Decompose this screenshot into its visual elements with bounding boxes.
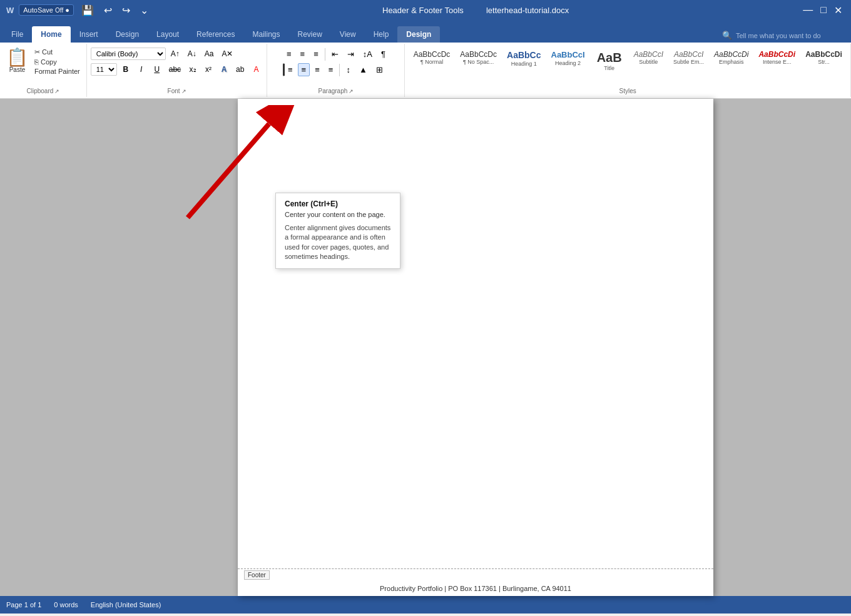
align-left-button[interactable]: ≡ — [283, 63, 297, 76]
footer-wrapper: Footer Productivity Portfolio | PO Box 1… — [238, 568, 713, 596]
style-heading2[interactable]: AaBbCcI Heading 2 — [547, 48, 589, 69]
align-right-button[interactable]: ≡ — [311, 63, 324, 76]
main-area: Footer Productivity Portfolio | PO Box 1… — [0, 99, 851, 596]
tab-layout[interactable]: Layout — [148, 26, 188, 43]
style-strong[interactable]: AaBbCcDi Str... — [801, 48, 847, 68]
shading-button[interactable]: ▲ — [355, 63, 371, 76]
minimize-button[interactable]: — — [800, 3, 815, 17]
font-shrink-button[interactable]: A↓ — [185, 48, 200, 60]
decrease-indent-button[interactable]: ⇤ — [328, 48, 342, 61]
left-margin — [0, 99, 238, 596]
paste-button[interactable]: 📋 Paste — [4, 48, 31, 74]
multilevel-button[interactable]: ≡ — [310, 48, 322, 61]
title-bar-left: W AutoSave Off ● 💾 ↩ ↪ ⌄ — [6, 3, 151, 18]
font-row-2: 11 B I U abc x₂ x² A ab A — [91, 63, 263, 76]
cut-button[interactable]: ✂ Cut — [32, 48, 83, 57]
underline-button[interactable]: U — [150, 63, 164, 76]
style-intense-emphasis[interactable]: AaBbCcDi Intense E... — [754, 48, 800, 68]
paragraph-label: Paragraph ↗ — [271, 86, 400, 96]
tab-file[interactable]: File — [3, 26, 32, 43]
tab-mailings[interactable]: Mailings — [243, 26, 288, 43]
ribbon-group-font: Calibri (Body) A↑ A↓ Aa A✕ 11 B I U abc … — [87, 44, 268, 97]
style-subtitle[interactable]: AaBbCcI Subtitle — [629, 48, 668, 68]
tab-list: File Home Insert Design Layout Reference… — [3, 26, 440, 43]
word-logo: W — [6, 6, 14, 15]
font-case-button[interactable]: Aa — [201, 48, 217, 60]
justify-button[interactable]: ≡ — [325, 63, 337, 76]
autosave-button[interactable]: AutoSave Off ● — [19, 4, 74, 16]
tab-design[interactable]: Design — [107, 26, 148, 43]
tab-row: File Home Insert Design Layout Reference… — [0, 20, 851, 43]
ribbon-group-clipboard: 📋 Paste ✂ Cut ⎘ Copy Format Painter Clip… — [0, 44, 87, 97]
borders-button[interactable]: ⊞ — [372, 63, 387, 76]
tab-right-search: 🔍 — [722, 31, 848, 43]
show-marks-button[interactable]: ¶ — [377, 48, 389, 61]
tab-references[interactable]: References — [188, 26, 243, 43]
tooltip-line1: Center your content on the page. — [285, 211, 391, 218]
separator-1 — [325, 48, 325, 61]
style-subtle-emphasis[interactable]: AaBbCcI Subtle Em... — [669, 48, 708, 68]
bold-button[interactable]: B — [119, 63, 133, 76]
footer-label: Footer — [238, 569, 713, 581]
restore-button[interactable]: □ — [818, 3, 829, 17]
text-effects-button[interactable]: A — [217, 63, 231, 76]
tab-help[interactable]: Help — [365, 26, 398, 43]
font-expand-icon[interactable]: ↗ — [181, 88, 186, 94]
more-commands-button[interactable]: ⌄ — [138, 3, 151, 18]
paste-icon: 📋 — [6, 49, 28, 66]
font-family-select[interactable]: Calibri (Body) — [91, 48, 166, 60]
paragraph-row-2: ≡ ≡ ≡ ≡ ↕ ▲ ⊞ — [283, 63, 387, 76]
title-bar-center: Header & Footer Tools letterhead-tutoria… — [151, 6, 800, 15]
status-bar: Page 1 of 1 0 words English (United Stat… — [0, 596, 851, 613]
tab-review[interactable]: Review — [288, 26, 330, 43]
highlight-button[interactable]: ab — [233, 63, 247, 76]
tab-view[interactable]: View — [331, 26, 365, 43]
font-label: Font ↗ — [91, 86, 263, 96]
font-row-1: Calibri (Body) A↑ A↓ Aa A✕ — [91, 48, 237, 60]
save-button[interactable]: 💾 — [79, 3, 96, 18]
sort-button[interactable]: ↕A — [359, 48, 376, 61]
italic-button[interactable]: I — [135, 63, 148, 76]
redo-button[interactable]: ↪ — [120, 3, 133, 18]
tooltip-title: Center (Ctrl+E) — [285, 199, 391, 208]
style-normal[interactable]: AaBbCcDc ¶ Normal — [409, 48, 455, 68]
strikethrough-button[interactable]: abc — [166, 63, 184, 76]
numbering-button[interactable]: ≡ — [297, 48, 309, 61]
style-no-spacing[interactable]: AaBbCcDc ¶ No Spac... — [456, 48, 501, 68]
separator-2 — [339, 64, 340, 76]
align-center-button[interactable]: ≡ — [298, 63, 310, 76]
clear-formatting-button[interactable]: A✕ — [218, 48, 236, 60]
tab-hf-design[interactable]: Design — [397, 26, 440, 43]
clipboard-label: Clipboard ↗ — [4, 86, 83, 96]
style-title[interactable]: AaB Title — [591, 48, 628, 74]
right-margin — [713, 99, 851, 596]
font-color-button[interactable]: A — [249, 63, 263, 76]
increase-indent-button[interactable]: ⇥ — [344, 48, 358, 61]
superscript-button[interactable]: x² — [201, 63, 215, 76]
clipboard-expand-icon[interactable]: ↗ — [54, 88, 59, 94]
line-spacing-button[interactable]: ↕ — [342, 63, 354, 76]
copy-button[interactable]: ⎘ Copy — [32, 58, 83, 66]
style-emphasis[interactable]: AaBbCcDi Emphasis — [710, 48, 753, 68]
style-heading1[interactable]: AaBbCc Heading 1 — [502, 48, 545, 69]
font-size-select[interactable]: 11 — [91, 63, 117, 76]
font-grow-button[interactable]: A↑ — [168, 48, 183, 60]
search-input[interactable] — [736, 32, 848, 39]
tab-home[interactable]: Home — [32, 26, 70, 43]
close-button[interactable]: ✕ — [832, 3, 845, 18]
document-page: Footer Productivity Portfolio | PO Box 1… — [238, 99, 713, 596]
styles-label: Styles — [409, 86, 847, 96]
ribbon-group-paragraph: ≡ ≡ ≡ ⇤ ⇥ ↕A ¶ ≡ ≡ ≡ ≡ ↕ ▲ ⊞ Paragraph — [267, 44, 405, 97]
styles-content: AaBbCcDc ¶ Normal AaBbCcDc ¶ No Spac... … — [409, 45, 847, 86]
tab-insert[interactable]: Insert — [71, 26, 107, 43]
font-content: Calibri (Body) A↑ A↓ Aa A✕ 11 B I U abc … — [91, 45, 263, 86]
paragraph-expand-icon[interactable]: ↗ — [349, 88, 354, 94]
format-painter-button[interactable]: Format Painter — [32, 67, 83, 76]
ribbon-group-styles: AaBbCcDc ¶ Normal AaBbCcDc ¶ No Spac... … — [405, 44, 851, 97]
undo-button[interactable]: ↩ — [101, 3, 115, 18]
bullets-button[interactable]: ≡ — [283, 48, 295, 61]
subscript-button[interactable]: x₂ — [186, 63, 200, 76]
page-indicator: Page 1 of 1 — [6, 601, 41, 608]
paste-label: Paste — [9, 66, 26, 73]
footer-content[interactable]: Productivity Portfolio | PO Box 117361 |… — [238, 581, 713, 596]
